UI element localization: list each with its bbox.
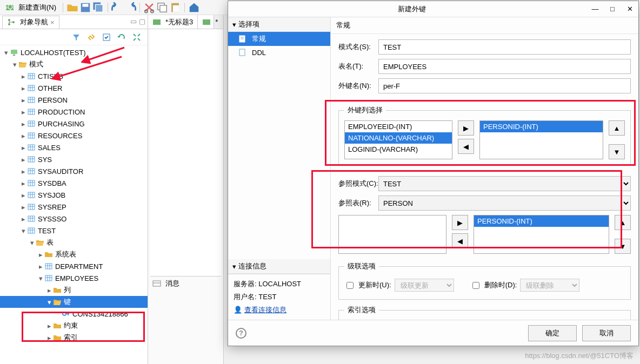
sql-icon: SQL <box>5 3 14 12</box>
close-icon[interactable]: × <box>50 18 55 26</box>
sql-editor[interactable] <box>150 29 221 277</box>
svg-rect-22 <box>28 85 35 91</box>
undo-icon[interactable] <box>111 2 123 14</box>
svg-rect-38 <box>28 133 35 138</box>
svg-rect-86 <box>203 19 210 25</box>
fk-name-input[interactable] <box>378 78 631 93</box>
minimize-icon[interactable]: ▭ <box>130 17 137 25</box>
ok-button[interactable]: 确定 <box>528 325 577 341</box>
on-update-checkbox[interactable] <box>346 282 354 289</box>
constraints-folder[interactable]: ▸约束 <box>0 320 148 332</box>
available-columns-list[interactable]: EMPLOYEEID-(INT)NATIONALNO-(VARCHAR)LOGI… <box>344 120 452 159</box>
new-query-button[interactable]: SQL 新建查询(N) <box>2 1 59 14</box>
system-tables[interactable]: ▸系统表 <box>0 248 148 260</box>
schema-sysjob[interactable]: ▸SYSJOB <box>0 189 148 201</box>
object-tree[interactable]: ▾LOCALHOST(TEST)▾模式▸CTISYS▸OTHER▸PERSON▸… <box>0 45 148 345</box>
save-all-icon[interactable] <box>92 2 104 14</box>
schema-other[interactable]: ▸OTHER <box>0 82 148 94</box>
schema-person[interactable]: ▸PERSON <box>0 94 148 106</box>
sidebar-item-ddl[interactable]: DDL <box>228 46 330 59</box>
ref-table-select[interactable]: PERSON <box>378 196 631 211</box>
view-conn-link[interactable]: 查看连接信息 <box>244 306 286 314</box>
table-employees[interactable]: ▾EMPLOYEES <box>0 272 148 284</box>
object-nav-tab[interactable]: 对象导航 × <box>2 16 59 29</box>
on-delete-checkbox[interactable] <box>472 282 479 289</box>
schema-sys[interactable]: ▸SYS <box>0 153 148 165</box>
add-column-button[interactable]: ▶ <box>458 120 474 136</box>
move-down-button[interactable]: ▼ <box>609 144 625 159</box>
schema-sysdba[interactable]: ▸SYSDBA <box>0 177 148 189</box>
messages-tab[interactable]: 消息 <box>148 277 223 291</box>
table-department[interactable]: ▸DEPARTMENT <box>0 260 148 272</box>
editor-tab-2[interactable]: * <box>198 15 214 29</box>
host-node[interactable]: ▾LOCALHOST(TEST) <box>0 46 148 58</box>
list-item[interactable]: EMPLOYEEID-(INT) <box>345 121 452 132</box>
svg-rect-46 <box>28 157 35 162</box>
table-input[interactable] <box>378 59 631 74</box>
content-header: 常规 <box>331 17 638 34</box>
edit-icon[interactable] <box>102 33 111 42</box>
dialog-titlebar[interactable]: 新建外键 — □ ✕ <box>228 1 638 17</box>
indexes-folder[interactable]: ▸索引 <box>0 332 148 343</box>
columns-folder[interactable]: ▸列 <box>0 284 148 296</box>
nav-toolbar <box>0 29 148 45</box>
link-icon[interactable] <box>87 33 96 42</box>
schema-syssso[interactable]: ▸SYSSSO <box>0 213 148 225</box>
svg-rect-70 <box>28 228 35 233</box>
svg-rect-16 <box>11 50 17 54</box>
schema-sysrep[interactable]: ▸SYSREP <box>0 201 148 213</box>
tables-folder[interactable]: ▾表 <box>0 237 148 248</box>
cancel-button[interactable]: 取消 <box>582 325 631 341</box>
ref-selected-list[interactable]: PERSONID-(INT) <box>474 215 609 254</box>
keys-folder[interactable]: ▾键 <box>0 296 148 308</box>
editor-tab-1[interactable]: *无标题3 <box>148 15 198 29</box>
ref-available-list[interactable] <box>338 215 446 254</box>
ref-schema-select[interactable]: TEST <box>378 176 631 191</box>
refresh-icon[interactable] <box>117 33 126 42</box>
ref-remove-button[interactable]: ◀ <box>452 233 468 248</box>
redo-icon[interactable] <box>124 2 136 14</box>
ref-move-down-button[interactable]: ▼ <box>615 239 631 254</box>
svg-rect-18 <box>28 73 35 79</box>
separator <box>108 3 108 12</box>
window-close-icon[interactable]: ✕ <box>625 5 634 14</box>
schema-purchasing[interactable]: ▸PURCHASING <box>0 118 148 130</box>
remove-column-button[interactable]: ◀ <box>458 139 474 154</box>
ref-move-up-button[interactable]: ▲ <box>615 215 631 230</box>
schema-sales[interactable]: ▸SALES <box>0 141 148 153</box>
help-icon[interactable]: ? <box>236 328 246 339</box>
schema-input[interactable] <box>378 39 631 55</box>
list-item[interactable]: PERSONID-(INT) <box>480 121 603 132</box>
schema-test[interactable]: ▾TEST <box>0 225 148 237</box>
home-icon[interactable] <box>188 2 200 14</box>
schema-sysauditor[interactable]: ▸SYSAUDITOR <box>0 165 148 177</box>
paste-icon[interactable] <box>169 2 181 14</box>
svg-rect-78 <box>45 275 52 281</box>
filter-icon[interactable] <box>72 33 81 42</box>
schema-production[interactable]: ▸PRODUCTION <box>0 106 148 118</box>
expand-icon[interactable] <box>132 33 141 42</box>
key-item[interactable]: CONS134218866 <box>0 308 148 320</box>
options-section-header[interactable]: ▾选择项 <box>228 17 330 32</box>
save-icon[interactable] <box>79 2 91 14</box>
schema-folder[interactable]: ▾模式 <box>0 58 148 70</box>
ref-add-button[interactable]: ▶ <box>452 215 468 230</box>
collapse-icon: ▾ <box>232 262 236 271</box>
selected-columns-list[interactable]: PERSONID-(INT) <box>479 120 603 159</box>
conn-info-header[interactable]: ▾连接信息 <box>228 259 330 274</box>
sidebar-item-general[interactable]: 常规 <box>228 32 330 46</box>
list-item[interactable]: PERSONID-(INT) <box>474 215 609 227</box>
list-item[interactable]: LOGINID-(VARCHAR) <box>345 144 452 155</box>
copy-icon[interactable] <box>156 2 168 14</box>
schema-ctisys[interactable]: ▸CTISYS <box>0 70 148 82</box>
open-icon[interactable] <box>66 2 78 14</box>
maximize-icon[interactable]: ▢ <box>139 17 145 25</box>
window-maximize-icon[interactable]: □ <box>608 5 617 14</box>
cut-icon[interactable] <box>143 2 155 14</box>
window-minimize-icon[interactable]: — <box>591 5 599 14</box>
move-up-button[interactable]: ▲ <box>609 120 625 136</box>
svg-rect-58 <box>28 192 35 198</box>
list-item[interactable]: NATIONALNO-(VARCHAR) <box>345 132 452 144</box>
new-fk-dialog: 新建外键 — □ ✕ ▾选择项 常规 DDL <box>228 1 639 346</box>
schema-resources[interactable]: ▸RESOURCES <box>0 130 148 141</box>
